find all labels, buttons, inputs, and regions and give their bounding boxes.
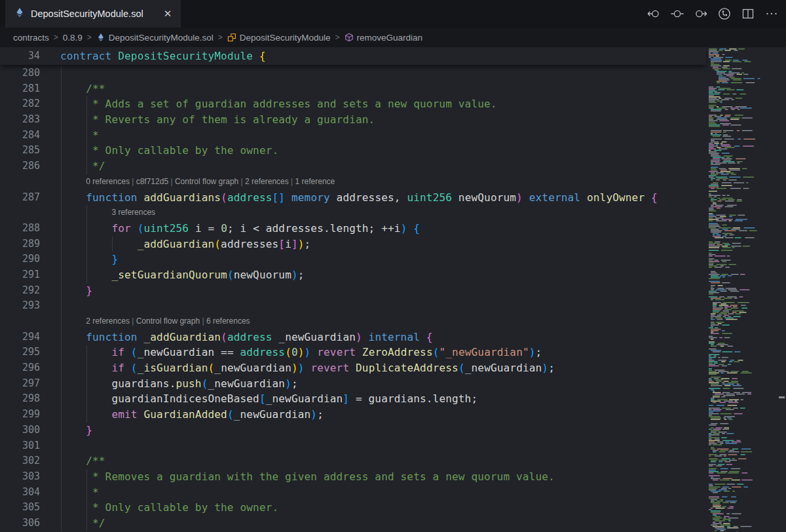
- code-token: addresses: [221, 238, 278, 250]
- code-line-291[interactable]: 291 _setGuardianQuorum(newQuorum);: [0, 267, 706, 283]
- code-line-300[interactable]: 300 }: [0, 423, 706, 438]
- line-number: 306: [0, 516, 60, 531]
- code-line-296[interactable]: 296 if (_isGuardian(_newGuardian)) rever…: [0, 360, 706, 376]
- split-editor-icon[interactable]: [740, 6, 756, 22]
- code-line-290[interactable]: 290 }: [0, 252, 706, 267]
- code-line-289[interactable]: 289 _addGuardian(addresses[i]);: [0, 237, 706, 252]
- code-line-293[interactable]: 293: [0, 298, 706, 314]
- breadcrumb-item-removeguardian[interactable]: removeGuardian: [345, 33, 423, 43]
- code-token: {: [259, 50, 266, 62]
- code-line-content[interactable]: */: [60, 159, 105, 174]
- sticky-scroll-line[interactable]: 34 contract DepositSecurityModule {: [0, 47, 706, 65]
- code-line-302[interactable]: 302 /**: [0, 453, 706, 469]
- code-line-285[interactable]: 285 * Only callable by the owner.: [0, 143, 706, 159]
- breadcrumb-item-contracts[interactable]: contracts: [13, 33, 49, 43]
- code-line-content[interactable]: if (_newGuardian == address(0)) revert Z…: [60, 345, 542, 360]
- code-token: [349, 362, 356, 374]
- code-line-283[interactable]: 283 * Reverts any of them is already a g…: [0, 112, 706, 128]
- code-line-299[interactable]: 299 emit GuardianAdded(_newGuardian);: [0, 407, 706, 423]
- code-token: [305, 362, 311, 374]
- code-line-306[interactable]: 306 */: [0, 516, 706, 531]
- line-number: [0, 174, 60, 190]
- code-line-content[interactable]: }: [60, 252, 118, 267]
- code-token: _addGuardian: [143, 331, 221, 343]
- timeline-marker-icon[interactable]: [669, 6, 685, 22]
- code-line-288[interactable]: 288 for (uint256 i = 0; i < addresses.le…: [0, 221, 706, 237]
- code-line-281[interactable]: 281 /**: [0, 81, 706, 97]
- control-flow-graph-icon[interactable]: [717, 6, 732, 22]
- code-line-content[interactable]: */: [60, 516, 105, 531]
- code-line-297[interactable]: 297 guardians.push(_newGuardian);: [0, 376, 706, 392]
- line-number: 281: [0, 81, 60, 97]
- code-line-content[interactable]: * Only callable by the owner.: [60, 500, 278, 516]
- code-line-content[interactable]: for (uint256 i = 0; i < addresses.length…: [60, 221, 420, 237]
- code-line-292[interactable]: 292 }: [0, 283, 706, 299]
- code-token: ;: [548, 362, 555, 374]
- codelens-link[interactable]: Control flow graph: [136, 316, 200, 326]
- code-line-content[interactable]: *: [60, 128, 99, 143]
- code-token: revert: [317, 346, 356, 358]
- codelens-link[interactable]: 2 references: [245, 177, 289, 186]
- code-line-content[interactable]: emit GuardianAdded(_newGuardian);: [60, 407, 324, 423]
- line-number: 289: [0, 237, 60, 252]
- navigate-forward-icon[interactable]: [693, 6, 709, 22]
- code-line-286[interactable]: 286 */: [0, 159, 706, 174]
- minimap[interactable]: [706, 47, 786, 532]
- code-line-294[interactable]: 294 function _addGuardian(address _newGu…: [0, 330, 706, 345]
- tab-deposit-security-module[interactable]: DepositSecurityModule.sol ✕: [5, 0, 181, 28]
- code-token: contract: [60, 50, 111, 62]
- breadcrumb-item-depositsecuritymodule-sol[interactable]: DepositSecurityModule.sol: [96, 33, 214, 43]
- code-token: 0: [291, 346, 298, 358]
- code-line-287[interactable]: 287 function addGuardians(address[] memo…: [0, 190, 706, 206]
- code-line-content[interactable]: guardians.push(_newGuardian);: [60, 376, 298, 392]
- code-line-content[interactable]: * Reverts any of them is already a guard…: [60, 112, 375, 128]
- codelens-link[interactable]: 6 references: [206, 316, 250, 326]
- breadcrumb-item-0-8-9[interactable]: 0.8.9: [63, 33, 83, 43]
- code-line-284[interactable]: 284 *: [0, 128, 706, 143]
- code-line-content[interactable]: /**: [60, 453, 105, 469]
- code-token: _newGuardian: [266, 392, 343, 405]
- code-token: uint256: [143, 222, 189, 235]
- code-token: * Only callable by the owner.: [60, 501, 278, 514]
- code-token: (: [131, 346, 138, 358]
- codelens-link[interactable]: 3 references: [111, 208, 155, 217]
- code-line-295[interactable]: 295 if (_newGuardian == address(0)) reve…: [0, 345, 706, 360]
- code-line-305[interactable]: 305 * Only callable by the owner.: [0, 500, 706, 516]
- code-line-304[interactable]: 304 *: [0, 485, 706, 501]
- code-line-301[interactable]: 301: [0, 438, 706, 454]
- code-line-298[interactable]: 298 guardianIndicesOneBased[_newGuardian…: [0, 391, 706, 407]
- codelens-separator: |: [238, 177, 245, 186]
- code-line-content[interactable]: *: [60, 485, 99, 501]
- code-token: {: [413, 222, 420, 235]
- code-line-303[interactable]: 303 * Removes a guardian with the given …: [0, 469, 706, 485]
- code-line-280[interactable]: 280: [0, 66, 706, 81]
- code-line-content[interactable]: * Only callable by the owner.: [60, 143, 278, 159]
- code-line-content[interactable]: guardianIndicesOneBased[_newGuardian] = …: [60, 391, 477, 407]
- code-line-content[interactable]: function addGuardians(address[] memory a…: [60, 190, 658, 206]
- breadcrumb-item-depositsecuritymodule[interactable]: DepositSecurityModule: [227, 33, 331, 43]
- code-line-282[interactable]: 282 * Adds a set of guardian addresses a…: [0, 96, 706, 112]
- code-line-content[interactable]: }: [60, 423, 92, 438]
- code-line-content[interactable]: /**: [60, 81, 105, 97]
- code-token: (: [221, 191, 227, 204]
- more-actions-icon[interactable]: [764, 6, 779, 22]
- code-line-content[interactable]: _setGuardianQuorum(newQuorum);: [60, 267, 305, 283]
- close-icon[interactable]: ✕: [161, 7, 174, 20]
- line-number: 290: [0, 252, 60, 267]
- codelens-link[interactable]: Control flow graph: [175, 177, 238, 186]
- code-line-content[interactable]: * Adds a set of guardian addresses and s…: [60, 96, 497, 112]
- code-token: _isGuardian: [138, 362, 208, 374]
- code-line-content[interactable]: function _addGuardian(address _newGuardi…: [60, 330, 433, 345]
- code-line-content[interactable]: * Removes a guardian with the given addr…: [60, 469, 555, 485]
- code-line-content[interactable]: _addGuardian(addresses[i]);: [60, 237, 310, 252]
- code-line-content[interactable]: if (_isGuardian(_newGuardian)) revert Du…: [60, 360, 555, 376]
- codelens-link[interactable]: 1 reference: [295, 177, 335, 186]
- codelens-link[interactable]: c8f712d5: [136, 177, 168, 186]
- code-line-content[interactable]: }: [60, 283, 92, 299]
- code-token: newQuorum: [234, 269, 291, 281]
- code-token: = guardians.length;: [349, 392, 477, 405]
- codelens-link[interactable]: 2 references: [86, 316, 130, 326]
- codelens-link[interactable]: 0 references: [86, 177, 130, 186]
- code-token: ;: [536, 346, 542, 358]
- navigate-back-icon[interactable]: [646, 6, 662, 22]
